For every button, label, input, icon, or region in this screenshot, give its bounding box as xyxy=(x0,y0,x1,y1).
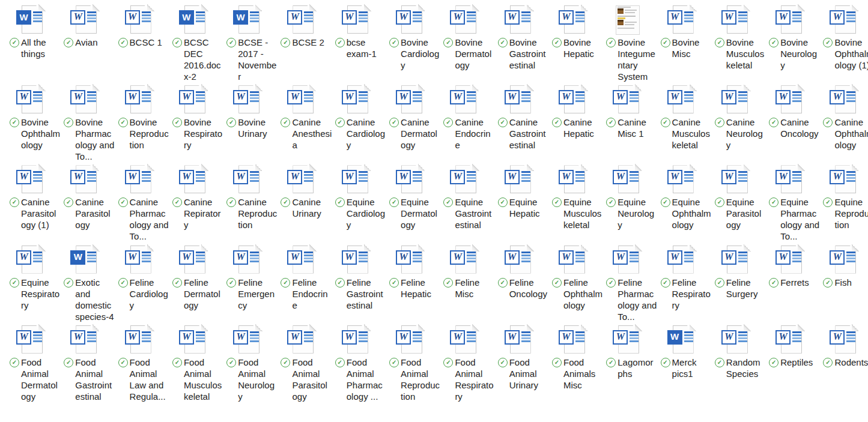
file-item[interactable]: W ✓ Canine Oncology xyxy=(759,83,813,163)
file-item[interactable]: W ✓ Canine Neurology xyxy=(705,83,759,163)
file-item[interactable]: W ✓ Feline Respiratory xyxy=(651,244,705,324)
word-document-icon: W xyxy=(179,5,208,34)
file-item[interactable]: W ✓ Canine Hepatic xyxy=(542,83,596,163)
file-item[interactable]: W ✓ Bovine Urinary xyxy=(217,83,271,163)
file-item[interactable]: W ✓ Food Animal Law and Regula... xyxy=(109,324,163,403)
file-item[interactable]: W ✓ Equine Parasitology xyxy=(705,163,759,243)
file-item[interactable]: W ✓ Ferrets xyxy=(759,244,813,324)
word-letter: W xyxy=(128,172,136,181)
file-item[interactable]: W ✓ Food Animals Misc xyxy=(542,324,596,403)
file-item[interactable]: W ✓ Canine Reproduction xyxy=(217,163,271,243)
file-item[interactable]: W ✓ Bovine Ophthalmology (1) xyxy=(813,4,867,83)
file-item[interactable]: W ✓ Lagomorphs xyxy=(596,324,651,403)
file-item[interactable]: W ✓ Equine Musculoskeletal xyxy=(542,163,596,243)
file-item[interactable]: W ✓ Equine Cardiology xyxy=(326,163,380,243)
file-item[interactable]: W ✓ Food Animal Reproduction xyxy=(380,324,434,403)
file-item[interactable]: W ✓ Bovine Neurology xyxy=(759,4,813,83)
file-item[interactable]: W ✓ Bovine Respiratory xyxy=(163,83,217,163)
file-item[interactable]: W ✓ Feline Dermatology xyxy=(163,244,217,324)
page-fold-corner xyxy=(418,244,425,252)
file-item[interactable]: W ✓ Feline Emergency xyxy=(217,244,271,324)
file-item[interactable]: W ✓ Food Animal Pharmacology ... xyxy=(326,324,380,403)
file-item[interactable]: W ✓ Canine Musculoskeletal xyxy=(651,83,705,163)
file-item[interactable]: W ✓ Bovine Hepatic xyxy=(542,4,596,83)
word-document-icon: W xyxy=(70,164,99,193)
file-item[interactable]: W ✓ Feline Endocrine xyxy=(271,244,325,324)
word-document-icon: W xyxy=(342,164,371,193)
file-item[interactable]: W ✓ Equine Dermatology xyxy=(380,163,434,243)
synced-check-icon: ✓ xyxy=(661,118,670,127)
file-item[interactable]: W ✓ Canine Parasitology xyxy=(54,163,108,243)
file-item[interactable]: W ✓ bcse exam-1 xyxy=(326,4,380,83)
file-item[interactable]: W ✓ Avian xyxy=(54,4,108,83)
file-item[interactable]: W ✓ Feline Hepatic xyxy=(380,244,434,324)
file-item[interactable]: W ✓ Random Species xyxy=(705,324,759,403)
word-document-icon: W xyxy=(775,245,804,274)
file-item[interactable]: W ✓ Feline Pharmacology and To... xyxy=(596,244,651,324)
file-item[interactable]: W ✓ Feline Gastrointestinal xyxy=(326,244,380,324)
file-item[interactable]: W ✓ Rodents xyxy=(813,324,867,403)
word-letter: W xyxy=(74,252,82,262)
file-item[interactable]: W ✓ Bovine Cardiology xyxy=(380,4,434,83)
file-item[interactable]: W ✓ Bovine Dermatology xyxy=(434,4,488,83)
file-item[interactable]: W ✓ Bovine Integumentary System ... xyxy=(596,4,651,83)
file-item[interactable]: W ✓ Canine Misc 1 xyxy=(596,83,651,163)
file-item[interactable]: W ✓ BCSC 1 xyxy=(109,4,163,83)
file-item[interactable]: W ✓ Bovine Pharmacology and To... xyxy=(54,83,108,163)
synced-check-icon: ✓ xyxy=(606,278,616,288)
word-w-badge: W xyxy=(505,10,520,25)
file-item[interactable]: W ✓ All the things xyxy=(0,4,54,83)
file-item[interactable]: W ✓ BCSC DEC 2016.docx-2 xyxy=(163,4,217,83)
file-item[interactable]: W ✓ Equine Reproduction xyxy=(813,163,867,243)
file-item[interactable]: W ✓ Food Animal Musculoskeletal xyxy=(163,324,217,403)
file-item[interactable]: W ✓ Canine Repiratory xyxy=(163,163,217,243)
word-w-badge: W xyxy=(559,170,574,184)
file-item[interactable]: W ✓ Bovine Misc xyxy=(651,4,705,83)
file-item[interactable]: W ✓ Canine Gastrointestinal xyxy=(488,83,542,163)
file-item[interactable]: W ✓ Bovine Gastrointestinal xyxy=(488,4,542,83)
word-letter: W xyxy=(454,332,462,342)
file-item[interactable]: W ✓ Canine Urinary xyxy=(271,163,325,243)
file-item[interactable]: W ✓ Reptiles xyxy=(759,324,813,403)
file-item[interactable]: W ✓ Food Animal Gastrointestinal xyxy=(54,324,108,403)
file-item[interactable]: W ✓ Feline Ophthalmology xyxy=(542,244,596,324)
file-item[interactable]: W ✓ Equine Pharmacology and To... xyxy=(759,163,813,243)
file-item[interactable]: W ✓ Bovine Musculoskeletal xyxy=(705,4,759,83)
file-item[interactable]: W ✓ Feline Cardiology xyxy=(109,244,163,324)
synced-check-icon: ✓ xyxy=(606,118,616,127)
file-item[interactable]: W ✓ Bovine Reproduction xyxy=(109,83,163,163)
file-item[interactable]: W ✓ Bovine Ophthalmology xyxy=(0,83,54,163)
doc-preview-content xyxy=(616,6,639,34)
word-w-badge: W xyxy=(830,10,845,25)
file-item[interactable]: W ✓ Merck pics1 xyxy=(651,324,705,403)
file-item[interactable]: W ✓ Canine Parasitology (1) xyxy=(0,163,54,243)
synced-check-icon: ✓ xyxy=(10,278,19,288)
file-item[interactable]: W ✓ Feline Oncology xyxy=(488,244,542,324)
file-item[interactable]: W ✓ Food Animal Neurology xyxy=(217,324,271,403)
file-item[interactable]: W ✓ Food Animal Parasitology xyxy=(271,324,325,403)
file-item[interactable]: W ✓ Food Animal Respiratory xyxy=(434,324,488,403)
file-item[interactable]: W ✓ Equine Hepatic xyxy=(488,163,542,243)
file-item[interactable]: W ✓ Feline Surgery xyxy=(705,244,759,324)
file-item[interactable]: W ✓ Canine Dermatology xyxy=(380,83,434,163)
file-item[interactable]: W ✓ Equine Gastrointestinal xyxy=(434,163,488,243)
word-letter: W xyxy=(182,12,190,22)
file-item[interactable]: W ✓ Canine Endocrine xyxy=(434,83,488,163)
file-item[interactable]: W ✓ Canine Ophthalmology xyxy=(813,83,867,163)
word-w-badge: W xyxy=(450,330,465,345)
file-item[interactable]: W ✓ Canine Anesthesia xyxy=(271,83,325,163)
file-item[interactable]: W ✓ BCSE 2 xyxy=(271,4,325,83)
synced-check-icon: ✓ xyxy=(443,118,453,127)
file-item[interactable]: W ✓ Fish xyxy=(813,244,867,324)
file-item[interactable]: W ✓ Equine Ophthalmology xyxy=(651,163,705,243)
file-item[interactable]: W ✓ Food Animal Urinary xyxy=(488,324,542,403)
file-item[interactable]: W ✓ Equine Neurology xyxy=(596,163,651,243)
file-item[interactable]: W ✓ BCSE - 2017 - November xyxy=(217,4,271,83)
file-item[interactable]: W ✓ Food Animal Dermatology xyxy=(0,324,54,403)
file-item[interactable]: W ✓ Canine Pharmacology and To... xyxy=(109,163,163,243)
word-letter: W xyxy=(291,92,299,101)
file-item[interactable]: W ✓ Canine Cardiology xyxy=(326,83,380,163)
file-item[interactable]: W ✓ Exotic and domestic species-4 xyxy=(54,244,108,324)
file-item[interactable]: W ✓ Equine Respiratory xyxy=(0,244,54,324)
file-item[interactable]: W ✓ Feline Misc xyxy=(434,244,488,324)
